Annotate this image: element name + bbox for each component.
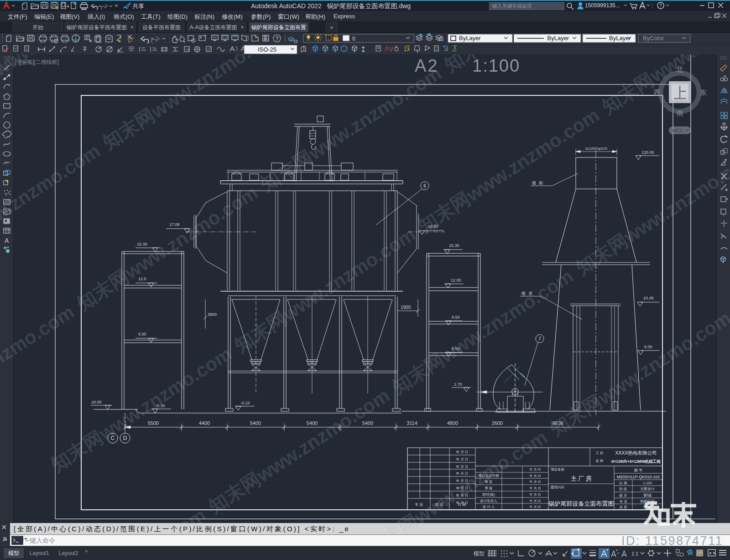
svg-text:1:1: 1:1: [631, 551, 638, 556]
